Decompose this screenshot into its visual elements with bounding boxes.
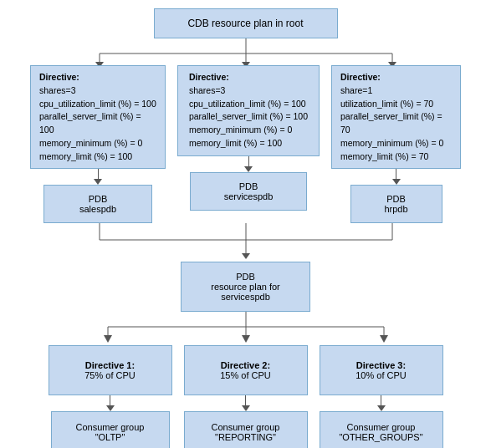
consumer-1-box: Consumer group "OLTP" — [51, 411, 170, 448]
cpudir1-to-consumer1-connector — [106, 395, 115, 411]
consumer-3-box: Consumer group "OTHER_GROUPS" — [320, 411, 443, 448]
directive-3-col: Directive: share=1 utilization_limit (%)… — [331, 65, 461, 223]
cpu-directive-1-box: Directive 1: 75% of CPU — [49, 345, 172, 395]
directive-3-text: Directive: share=1 utilization_limit (%)… — [340, 71, 452, 163]
cpu-directive-2-col: Directive 2: 15% of CPU Consumer group "… — [184, 345, 308, 448]
consumer-2-box: Consumer group "REPORTING" — [184, 411, 308, 448]
consumer-3-line1: Consumer group — [347, 422, 416, 432]
cpu-directive-3-col: Directive 3: 10% of CPU Consumer group "… — [320, 345, 443, 448]
svg-marker-21 — [380, 335, 388, 343]
pdb-resource-plan-line2: resource plan for — [211, 282, 280, 292]
pdb-3-line2: hrpdb — [384, 204, 407, 214]
directive-1-text: Directive: shares=3 cpu_utilization_limi… — [39, 71, 156, 163]
directive-3-box: Directive: share=1 utilization_limit (%)… — [331, 65, 461, 169]
svg-marker-19 — [242, 335, 250, 343]
pdb-resource-plan-box: PDB resource plan for servicespdb — [181, 262, 310, 312]
consumer-1-line1: Consumer group — [76, 422, 145, 432]
cpu-dir-1-bold: Directive 1: — [85, 360, 135, 370]
pdb-3-line1: PDB — [386, 194, 406, 204]
top-box: CDB resource plan in root — [154, 8, 338, 38]
bottom-top-connector-svg — [41, 312, 451, 345]
cpu-directive-2-box: Directive 2: 15% of CPU — [184, 345, 308, 395]
pdb-2-line2: servicespdb — [224, 191, 274, 201]
dir3-to-pdb3-connector — [392, 169, 401, 185]
directive-2-text: Directive: shares=3 cpu_utilization_limi… — [189, 71, 308, 150]
pdb-3-box: PDB hrpdb — [350, 185, 442, 223]
pdb-2-line1: PDB — [239, 181, 258, 191]
dir1-to-pdb1-connector — [94, 169, 102, 185]
svg-marker-13 — [242, 253, 250, 259]
cpu-dir-3-bold: Directive 3: — [356, 360, 406, 370]
cpu-dir-2-bold: Directive 2: — [221, 360, 270, 370]
mid-connector-svg — [24, 223, 468, 262]
cpu-dir-2-detail: 15% of CPU — [220, 370, 271, 380]
directive-1-col: Directive: shares=3 cpu_utilization_limi… — [30, 65, 166, 223]
pdb-1-line2: salespdb — [79, 204, 116, 214]
directive-1-box: Directive: shares=3 cpu_utilization_limi… — [30, 65, 166, 169]
pdb-1-box: PDB salespdb — [43, 185, 152, 223]
cpu-directives-row: Directive 1: 75% of CPU Consumer group "… — [49, 345, 443, 448]
cpu-directive-3-box: Directive 3: 10% of CPU — [320, 345, 443, 395]
directive-2-box: Directive: shares=3 cpu_utilization_limi… — [177, 65, 320, 156]
top-box-label: CDB resource plan in root — [187, 18, 303, 29]
consumer-2-line2: "REPORTING" — [215, 432, 276, 442]
cpu-dir-1-detail: 75% of CPU — [84, 370, 136, 380]
cpu-dir-3-detail: 10% of CPU — [355, 370, 407, 380]
pdb-2-box: PDB servicespdb — [190, 172, 307, 211]
consumer-3-line2: "OTHER_GROUPS" — [339, 432, 422, 442]
cpu-directive-1-col: Directive 1: 75% of CPU Consumer group "… — [49, 345, 172, 448]
directive-2-col: Directive: shares=3 cpu_utilization_limi… — [177, 65, 320, 211]
svg-marker-17 — [104, 335, 112, 343]
cpudir2-to-consumer2-connector — [242, 395, 250, 411]
directives-row: Directive: shares=3 cpu_utilization_limi… — [30, 65, 461, 223]
pdb-resource-plan-line3: servicespdb — [221, 292, 270, 302]
pdb-1-line1: PDB — [89, 194, 108, 204]
consumer-1-line2: "OLTP" — [95, 432, 125, 442]
consumer-2-line1: Consumer group — [212, 422, 280, 432]
diagram: CDB resource plan in root Directive: sha… — [8, 8, 483, 448]
dir2-to-pdb2-connector — [244, 156, 253, 172]
top-connector-svg — [24, 38, 468, 65]
pdb-resource-plan-line1: PDB — [236, 272, 255, 282]
cpudir3-to-consumer3-connector — [377, 395, 386, 411]
